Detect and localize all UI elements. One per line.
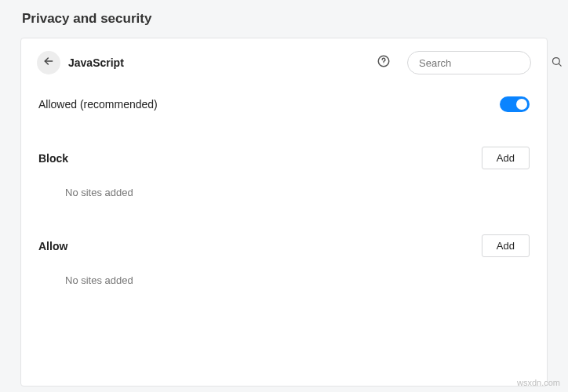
svg-line-4 [559,64,561,66]
allowed-label: Allowed (recommended) [38,98,158,111]
panel-header: JavaScript [37,51,531,74]
toggle-knob [516,99,527,110]
allow-section-header: Allow Add [37,234,531,257]
block-section-header: Block Add [37,147,531,169]
block-empty-text: No sites added [37,187,531,198]
block-add-button[interactable]: Add [482,147,530,169]
svg-point-2 [384,64,384,64]
allow-empty-text: No sites added [37,274,531,286]
search-field[interactable] [407,51,531,74]
page-title: Privacy and security [0,0,568,38]
allow-title: Allow [38,240,67,252]
help-icon [377,54,391,71]
allow-add-button[interactable]: Add [482,234,530,257]
allowed-toggle[interactable] [500,96,530,112]
panel-title: JavaScript [68,56,124,69]
settings-panel: JavaScript Allowed (recommended) Block A… [20,38,548,387]
arrow-left-icon [42,55,55,71]
search-input[interactable] [419,57,551,69]
watermark: wsxdn.com [517,378,560,387]
allowed-row: Allowed (recommended) [37,96,531,112]
block-title: Block [38,152,68,165]
back-button[interactable] [37,51,60,74]
search-icon [551,56,563,71]
help-button[interactable] [373,52,395,74]
